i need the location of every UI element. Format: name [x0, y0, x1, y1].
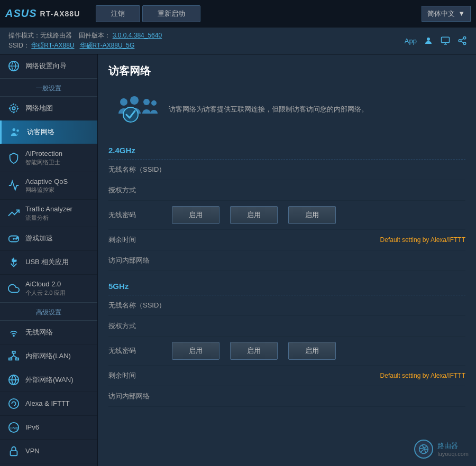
sidebar-item-traffic-analyzer-label: Traffic Analyzer 流量分析	[25, 205, 72, 221]
svg-point-6	[463, 42, 466, 45]
sidebar-item-lan-label: 内部网络(LAN)	[25, 352, 71, 361]
sidebar-item-aicloud-label: AiCloud 2.0 个人云 2.0 应用	[25, 280, 66, 296]
password-row-5: 无线密码 启用 启用 启用	[108, 337, 465, 366]
monitor-icon[interactable]	[440, 35, 451, 46]
freq-24ghz-title: 2.4GHz	[108, 146, 465, 160]
share-icon[interactable]	[457, 35, 468, 46]
guest-network-illustration	[116, 91, 158, 128]
svg-point-39	[123, 107, 138, 122]
sidebar-item-wireless-label: 无线网络	[25, 328, 53, 337]
enable-btn-5-3[interactable]: 启用	[288, 342, 336, 360]
default-setting-5: Default setting by Alexa/IFTTT	[172, 372, 465, 379]
sidebar-item-aiprotection[interactable]: AiProtection 智能网络卫士	[0, 144, 97, 172]
svg-point-13	[13, 128, 16, 132]
default-setting-24: Default setting by Alexa/IFTTT	[172, 236, 465, 244]
sidebar-item-usb-apps-label: USB 相关应用	[25, 258, 69, 267]
guest-network-icon	[9, 126, 22, 138]
vpn-icon	[7, 445, 20, 458]
svg-point-22	[13, 335, 14, 337]
sidebar-item-lan[interactable]: 内部网络(LAN)	[0, 344, 97, 368]
app-label: App	[405, 37, 417, 45]
sidebar-item-network-map[interactable]: 网络地图	[0, 97, 97, 120]
sidebar-item-network-setup[interactable]: 网络设置向导	[0, 54, 97, 78]
svg-point-19	[17, 237, 18, 238]
wan-icon	[7, 374, 20, 386]
asus-logo: ASUS RT-AX88U	[5, 7, 80, 20]
sidebar-item-adaptive-qos-label: Adaptive QoS 网络监控家	[25, 178, 68, 194]
watermark: 路由器 luyouqi.com	[414, 440, 469, 459]
sidebar: 网络设置向导 一般设置 网络地图 访客网络 AiProtection 智能网络卫…	[0, 54, 98, 466]
svg-rect-20	[12, 259, 14, 261]
access-label-24: 访问内部网络	[108, 256, 172, 265]
enable-btn-24-2[interactable]: 启用	[230, 206, 278, 224]
svg-point-0	[427, 38, 430, 41]
traffic-analyzer-icon	[7, 207, 20, 219]
ssid-row-5: 无线名称（SSID）	[108, 295, 465, 316]
access-label-5: 访问内部网络	[108, 392, 172, 401]
chevron-down-icon: ▼	[458, 10, 465, 17]
reboot-button[interactable]: 重新启动	[142, 5, 200, 22]
content-area: 访客网络	[98, 54, 476, 466]
sidebar-item-guest-network[interactable]: 访客网络	[0, 120, 97, 144]
lang-label: 简体中文	[427, 9, 455, 18]
svg-point-38	[151, 100, 157, 106]
model-text: RT-AX88U	[40, 10, 80, 18]
time-label-24: 剩余时间	[108, 235, 172, 245]
time-row-5: 剩余时间 Default setting by Alexa/IFTTT	[108, 366, 465, 386]
svg-point-11	[12, 107, 15, 110]
sidebar-item-adaptive-qos[interactable]: Adaptive QoS 网络监控家	[0, 172, 97, 200]
logout-button[interactable]: 注销	[96, 5, 140, 22]
ssid2[interactable]: 华硕RT-AX88U_5G	[80, 42, 135, 49]
time-label-5: 剩余时间	[108, 371, 172, 380]
enable-btn-5-1[interactable]: 启用	[172, 342, 219, 360]
sidebar-item-wireless[interactable]: 无线网络	[0, 321, 97, 344]
user-icon[interactable]	[423, 35, 434, 46]
auth-row-5: 授权方式	[108, 316, 465, 337]
top-bar: ASUS RT-AX88U 注销 重新启动 简体中文 ▼	[0, 0, 476, 27]
sidebar-item-firewall[interactable]: 防火墙	[0, 463, 97, 466]
status-bar: 操作模式：无线路由器 固件版本： 3.0.0.4.384_5640 SSID： …	[0, 27, 476, 54]
sidebar-item-ipv6-label: IPv6	[25, 423, 39, 432]
svg-rect-33	[11, 451, 17, 455]
svg-rect-1	[442, 37, 450, 43]
sidebar-item-ipv6[interactable]: IPv6 IPv6	[0, 416, 97, 440]
sidebar-item-wan-label: 外部网络(WAN)	[25, 376, 74, 385]
svg-rect-21	[15, 260, 16, 261]
svg-point-35	[120, 98, 127, 106]
asus-logo-text: ASUS	[5, 7, 37, 20]
lang-selector[interactable]: 简体中文 ▼	[422, 6, 471, 22]
ipv6-icon: IPv6	[7, 421, 20, 434]
sidebar-item-traffic-analyzer[interactable]: Traffic Analyzer 流量分析	[0, 200, 97, 227]
password-label-5: 无线密码	[108, 346, 172, 356]
time-content-24: Default setting by Alexa/IFTTT	[172, 236, 465, 244]
sidebar-item-game-accel-label: 游戏加速	[25, 234, 53, 243]
password-row-24: 无线密码 启用 启用 启用	[108, 201, 465, 230]
alexa-icon	[7, 397, 20, 410]
firmware-version[interactable]: 3.0.0.4.384_5640	[113, 32, 162, 39]
adaptive-qos-icon	[7, 179, 20, 192]
usb-apps-icon	[7, 256, 20, 269]
sidebar-item-aicloud[interactable]: AiCloud 2.0 个人云 2.0 应用	[0, 275, 97, 302]
svg-point-14	[16, 129, 19, 132]
sidebar-item-alexa[interactable]: Alexa & IFTTT	[0, 392, 97, 416]
svg-point-12	[10, 105, 18, 113]
sidebar-item-vpn[interactable]: VPN	[0, 440, 97, 463]
access-row-5: 访问内部网络	[108, 386, 465, 407]
enable-btn-24-1[interactable]: 启用	[172, 206, 219, 224]
password-btns-5[interactable]: 启用 启用 启用	[172, 342, 465, 360]
auth-row-24: 授权方式	[108, 180, 465, 201]
sidebar-item-alexa-label: Alexa & IFTTT	[25, 399, 70, 408]
status-right: App	[405, 35, 468, 46]
enable-btn-24-3[interactable]: 启用	[288, 206, 336, 224]
enable-btn-5-2[interactable]: 启用	[230, 342, 278, 360]
network-setup-icon	[7, 60, 20, 72]
ssid1[interactable]: 华硕RT-AX88U	[31, 42, 74, 49]
sidebar-item-usb-apps[interactable]: USB 相关应用	[0, 251, 97, 275]
sidebar-item-wan[interactable]: 外部网络(WAN)	[0, 368, 97, 392]
main-layout: 网络设置向导 一般设置 网络地图 访客网络 AiProtection 智能网络卫…	[0, 54, 476, 466]
page-title: 访客网络	[98, 54, 476, 83]
sidebar-item-aiprotection-label: AiProtection 智能网络卫士	[25, 150, 62, 166]
sidebar-item-game-accel[interactable]: 游戏加速	[0, 227, 97, 251]
password-btns-24[interactable]: 启用 启用 启用	[172, 206, 465, 224]
firmware-label: 固件版本：	[79, 32, 111, 39]
